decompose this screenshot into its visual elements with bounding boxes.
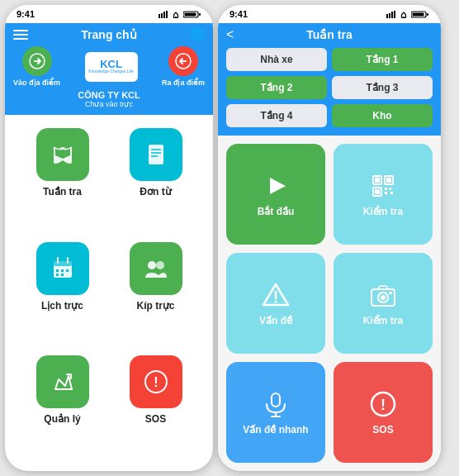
header-right-top: < Tuần tra <box>226 28 433 41</box>
right-phone: 9:41 < Tuần tra Nhà xe Tầng 1 Tầng 2 Tần… <box>218 5 441 471</box>
svg-rect-3 <box>166 11 168 18</box>
kip-truc-icon-box <box>130 242 182 295</box>
kiem-tra-qr-label: Kiểm tra <box>363 206 403 217</box>
header-left: Trang chủ 🌐 Vào địa điểm KCL Knowledge C… <box>5 23 213 115</box>
svg-rect-40 <box>386 178 391 183</box>
menu-item-quan-ly[interactable]: Quản lý <box>21 355 103 458</box>
svg-rect-34 <box>413 12 424 16</box>
loc-tang-2[interactable]: Tầng 2 <box>226 76 327 99</box>
svg-rect-19 <box>61 269 64 272</box>
kcl-logo: KCL Knowledge Charges Life <box>85 52 138 82</box>
svg-rect-1 <box>161 13 163 18</box>
header-left-top: Trang chủ 🌐 <box>13 28 205 41</box>
sos-right-tile[interactable]: ! SOS <box>334 362 433 463</box>
hamburger-icon[interactable] <box>13 30 28 40</box>
van-de-tile[interactable]: Vấn đề <box>226 253 325 354</box>
status-bar-left: 9:41 <box>5 5 213 23</box>
svg-text:!: ! <box>154 375 158 389</box>
play-icon <box>261 171 291 201</box>
svg-rect-7 <box>199 13 201 16</box>
qr-icon <box>368 171 398 201</box>
sos-left-label: SOS <box>145 413 166 425</box>
svg-point-4 <box>175 17 177 18</box>
svg-rect-22 <box>61 274 64 276</box>
enter-location-btn[interactable]: Vào địa điểm <box>13 46 60 87</box>
svg-rect-46 <box>390 192 393 194</box>
header-title-right: Tuần tra <box>306 28 352 41</box>
menu-item-don-tu[interactable]: Đơn từ <box>115 128 196 231</box>
globe-icon[interactable]: 🌐 <box>190 27 205 42</box>
svg-rect-6 <box>185 12 196 16</box>
svg-rect-29 <box>389 13 390 18</box>
loc-tang-3[interactable]: Tầng 3 <box>332 76 433 99</box>
don-tu-label: Đơn từ <box>140 186 171 198</box>
svg-rect-45 <box>385 192 387 194</box>
time-left: 9:41 <box>17 9 35 19</box>
svg-rect-15 <box>54 261 72 266</box>
sos-right-label: SOS <box>372 424 393 436</box>
loc-tang-4[interactable]: Tầng 4 <box>226 104 327 127</box>
camera-icon <box>368 280 398 310</box>
kiem-tra-cam-label: Kiểm tra <box>363 315 403 326</box>
tuan-tra-icon-box <box>36 128 89 181</box>
bat-dau-tile[interactable]: Bắt đầu <box>226 144 325 245</box>
lich-truc-icon-box <box>36 242 89 295</box>
sos-icon-box: ! <box>130 355 182 408</box>
svg-rect-38 <box>375 178 380 183</box>
status-icons-right <box>386 11 429 18</box>
kiem-tra-qr-tile[interactable]: Kiểm tra <box>334 144 433 245</box>
right-action-grid: Bắt đầu Kiểm tra <box>218 136 441 471</box>
svg-point-23 <box>148 261 156 269</box>
svg-rect-31 <box>394 11 395 18</box>
loc-nha-xe[interactable]: Nhà xe <box>226 48 327 71</box>
svg-rect-44 <box>389 188 391 190</box>
status-bar-right: 9:41 <box>218 5 441 23</box>
svg-marker-36 <box>270 178 286 194</box>
svg-rect-43 <box>385 188 387 190</box>
svg-rect-10 <box>149 145 163 164</box>
svg-rect-30 <box>391 12 393 18</box>
menu-item-kip-truc[interactable]: Kíp trực <box>115 242 196 345</box>
lich-truc-label: Lịch trực <box>41 300 83 312</box>
svg-point-24 <box>156 261 164 269</box>
svg-point-49 <box>275 301 277 303</box>
status-icons-left <box>159 11 201 18</box>
svg-rect-2 <box>163 12 165 18</box>
exit-location-btn[interactable]: Ra địa điểm <box>162 46 205 87</box>
exit-icon <box>168 46 198 76</box>
van-de-nhanh-label: Vấn đề nhanh <box>243 424 308 436</box>
svg-text:!: ! <box>381 397 386 413</box>
header-title-left: Trang chủ <box>81 28 136 41</box>
sos-right-icon: ! <box>368 389 398 419</box>
back-button[interactable]: < <box>226 27 234 42</box>
svg-rect-21 <box>56 274 59 276</box>
menu-item-sos-left[interactable]: ! SOS <box>115 355 196 458</box>
svg-point-52 <box>381 295 386 300</box>
svg-rect-0 <box>159 14 160 18</box>
svg-rect-53 <box>389 292 392 294</box>
kiem-tra-cam-tile[interactable]: Kiểm tra <box>334 253 433 354</box>
svg-rect-20 <box>66 269 69 272</box>
warning-icon <box>261 280 291 310</box>
location-grid: Nhà xe Tầng 1 Tầng 2 Tầng 3 Tầng 4 Kho <box>226 48 433 127</box>
header-right: < Tuần tra Nhà xe Tầng 1 Tầng 2 Tầng 3 T… <box>218 23 441 136</box>
menu-item-tuan-tra[interactable]: Tuần tra <box>21 128 103 231</box>
loc-tang-1[interactable]: Tầng 1 <box>332 48 433 71</box>
header-actions: Vào địa điểm KCL Knowledge Charges Life … <box>13 46 205 87</box>
bat-dau-label: Bắt đầu <box>258 206 295 217</box>
svg-rect-18 <box>56 269 59 272</box>
mic-icon <box>261 389 291 419</box>
don-tu-icon-box <box>130 128 182 181</box>
tuan-tra-label: Tuần tra <box>43 186 82 198</box>
menu-item-lich-truc[interactable]: Lịch trực <box>21 242 103 345</box>
van-de-nhanh-tile[interactable]: Vấn đề nhanh <box>226 362 325 463</box>
kcl-sub: Knowledge Charges Life <box>88 69 133 74</box>
enter-icon <box>22 46 52 76</box>
menu-grid: Tuần tra Đơn từ <box>5 115 213 471</box>
svg-rect-42 <box>375 189 380 194</box>
loc-kho[interactable]: Kho <box>332 104 433 127</box>
quan-ly-icon-box <box>36 355 89 408</box>
svg-point-32 <box>403 17 405 18</box>
quan-ly-label: Quản lý <box>44 413 80 425</box>
van-de-label: Vấn đề <box>259 315 292 326</box>
